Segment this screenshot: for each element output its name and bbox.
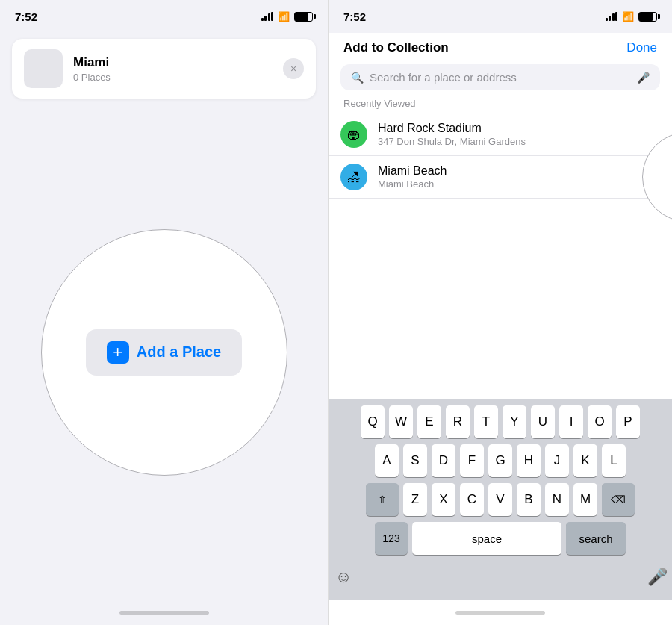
place-details-stadium: Hard Rock Stadium 347 Don Shula Dr, Miam… [378, 122, 526, 147]
big-circle: + Add a Place [41, 229, 287, 476]
collection-header: Miami 0 Places × [12, 39, 316, 99]
search-bar[interactable]: 🔍 Search for a place or address 🎤 [340, 64, 660, 90]
key-s[interactable]: S [403, 444, 427, 477]
key-b[interactable]: B [517, 483, 541, 516]
key-c[interactable]: C [460, 483, 484, 516]
keyboard-row-2: A S D F G H J K L [332, 444, 669, 477]
keyboard-row-1: Q W E R T Y U I O P [332, 405, 669, 438]
place-name-stadium: Hard Rock Stadium [378, 122, 526, 135]
collection-text: Miami 0 Places [73, 55, 111, 83]
place-item-beach[interactable]: 🏖 Miami Beach Miami Beach + [329, 156, 672, 199]
key-shift[interactable]: ⇧ [366, 483, 399, 516]
key-v[interactable]: V [488, 483, 512, 516]
collection-info: Miami 0 Places [24, 49, 111, 88]
phone-left: 7:52 📶 Miami 0 Places × [0, 0, 329, 625]
signal-icon-right [606, 12, 618, 21]
place-address-stadium: 347 Don Shula Dr, Miami Gardens [378, 136, 526, 147]
add-place-icon: + [107, 341, 129, 364]
phone-right: 7:52 📶 Add to Collection Done 🔍 Search f… [329, 0, 672, 625]
key-f[interactable]: F [460, 444, 484, 477]
key-p[interactable]: P [616, 405, 640, 438]
nav-title: Add to Collection [343, 40, 449, 55]
place-item-stadium[interactable]: 🏟 Hard Rock Stadium 347 Don Shula Dr, Mi… [329, 114, 672, 156]
status-icons-left: 📶 [261, 11, 314, 22]
key-y[interactable]: Y [503, 405, 526, 438]
key-j[interactable]: J [545, 444, 569, 477]
battery-icon-right [638, 12, 657, 22]
key-m[interactable]: M [573, 483, 597, 516]
status-bar-right: 7:52 📶 [329, 0, 672, 33]
done-button[interactable]: Done [626, 40, 657, 55]
time-right: 7:52 [343, 10, 366, 23]
key-h[interactable]: H [517, 444, 541, 477]
search-placeholder: Search for a place or address [370, 71, 631, 84]
time-left: 7:52 [15, 10, 37, 23]
circle-container: + Add a Place [0, 105, 328, 600]
key-d[interactable]: D [432, 444, 455, 477]
add-place-button[interactable]: + Add a Place [86, 329, 242, 376]
key-n[interactable]: N [545, 483, 569, 516]
place-icon-stadium: 🏟 [340, 121, 367, 148]
mic-icon-search[interactable]: 🎤 [637, 72, 650, 84]
key-a[interactable]: A [375, 444, 399, 477]
keyboard-row-3: ⇧ Z X C V B N M ⌫ [332, 483, 669, 516]
collection-count: 0 Places [73, 72, 111, 83]
wifi-icon-right: 📶 [622, 11, 634, 22]
close-button[interactable]: × [283, 58, 304, 79]
key-u[interactable]: U [531, 405, 555, 438]
battery-icon [294, 12, 313, 22]
key-123[interactable]: 123 [375, 522, 408, 555]
key-i[interactable]: I [559, 405, 583, 438]
status-bar-left: 7:52 📶 [0, 0, 328, 33]
place-address-beach: Miami Beach [378, 178, 447, 190]
key-x[interactable]: X [432, 483, 455, 516]
home-indicator-left [0, 600, 328, 625]
keyboard-bottom-row: ☺ 🎤 [332, 561, 669, 594]
place-list-container: 🏟 Hard Rock Stadium 347 Don Shula Dr, Mi… [329, 114, 672, 199]
home-indicator-right [329, 600, 672, 625]
key-k[interactable]: K [573, 444, 597, 477]
key-search[interactable]: search [566, 522, 626, 555]
key-w[interactable]: W [389, 405, 413, 438]
status-icons-right: 📶 [606, 11, 658, 22]
search-icon: 🔍 [351, 72, 364, 84]
key-space[interactable]: space [412, 522, 561, 555]
place-icon-beach: 🏖 [340, 164, 367, 190]
keyboard: Q W E R T Y U I O P A S D F G H J K L ⇧ … [329, 399, 672, 600]
signal-icon [261, 12, 274, 21]
key-e[interactable]: E [417, 405, 441, 438]
place-name-beach: Miami Beach [378, 164, 447, 178]
right-nav: Add to Collection Done [329, 33, 672, 61]
keyboard-row-4: 123 space search [332, 522, 669, 555]
key-z[interactable]: Z [403, 483, 427, 516]
key-l[interactable]: L [602, 444, 626, 477]
key-t[interactable]: T [474, 405, 498, 438]
recently-viewed-label: Recently Viewed [329, 98, 672, 114]
add-place-label: Add a Place [137, 343, 221, 361]
key-r[interactable]: R [446, 405, 470, 438]
key-g[interactable]: G [488, 444, 512, 477]
key-emoji[interactable]: ☺ [332, 561, 355, 594]
key-q[interactable]: Q [361, 405, 385, 438]
wifi-icon: 📶 [278, 11, 290, 22]
place-list: 🏟 Hard Rock Stadium 347 Don Shula Dr, Mi… [329, 114, 672, 199]
key-mic[interactable]: 🎤 [645, 561, 669, 594]
collection-name: Miami [73, 55, 111, 70]
place-details-beach: Miami Beach Miami Beach [378, 164, 447, 190]
collection-thumbnail [24, 49, 63, 88]
key-o[interactable]: O [588, 405, 612, 438]
key-backspace[interactable]: ⌫ [602, 483, 635, 516]
spacer [329, 199, 672, 399]
